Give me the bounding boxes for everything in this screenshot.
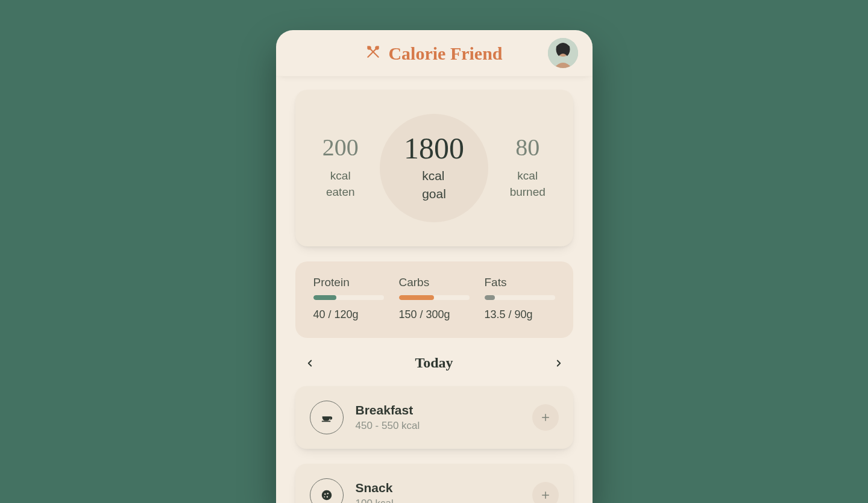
- macro-protein-bar: [313, 295, 384, 300]
- macro-protein-fill: [313, 295, 337, 300]
- chevron-left-icon: [304, 358, 315, 369]
- macro-protein-value: 40 / 120g: [313, 308, 384, 321]
- kcal-burned-label: kcal burned: [494, 168, 561, 200]
- utensils-icon: [365, 43, 381, 64]
- date-nav: Today: [295, 355, 573, 371]
- meal-range: 450 - 550 kcal: [356, 420, 520, 432]
- macro-carbs-bar: [399, 295, 470, 300]
- macro-protein-name: Protein: [313, 276, 384, 289]
- date-label: Today: [415, 355, 453, 371]
- coffee-icon: [310, 401, 344, 434]
- meal-name: Breakfast: [356, 403, 520, 417]
- calorie-summary-card: 200 kcal eaten 1800 kcal goal 80 kcal bu…: [295, 90, 573, 246]
- svg-point-0: [368, 46, 372, 50]
- macro-carbs-fill: [399, 295, 435, 300]
- main-content: 200 kcal eaten 1800 kcal goal 80 kcal bu…: [276, 77, 593, 503]
- meal-text: Breakfast 450 - 550 kcal: [356, 403, 520, 432]
- kcal-eaten: 200 kcal eaten: [307, 136, 374, 200]
- svg-point-7: [321, 490, 332, 501]
- kcal-goal-label: kcal goal: [422, 167, 446, 204]
- macro-carbs: Carbs 150 / 300g: [399, 276, 470, 321]
- macro-fats-bar: [485, 295, 555, 300]
- macro-fats: Fats 13.5 / 90g: [485, 276, 555, 321]
- meal-row-breakfast[interactable]: Breakfast 450 - 550 kcal: [295, 386, 573, 449]
- svg-point-10: [326, 496, 327, 498]
- svg-point-1: [376, 46, 380, 50]
- macro-fats-name: Fats: [485, 276, 555, 289]
- macro-fats-value: 13.5 / 90g: [485, 308, 555, 321]
- chevron-right-icon: [553, 358, 564, 369]
- meal-row-snack[interactable]: Snack 100 kcal: [295, 464, 573, 503]
- kcal-eaten-label: kcal eaten: [307, 168, 374, 200]
- add-breakfast-button[interactable]: [532, 404, 559, 431]
- macro-carbs-value: 150 / 300g: [399, 308, 470, 321]
- next-day-button[interactable]: [552, 356, 566, 370]
- plus-icon: [540, 490, 551, 501]
- avatar[interactable]: [548, 38, 578, 68]
- cookie-icon: [310, 478, 344, 503]
- app-title-group: Calorie Friend: [365, 43, 502, 64]
- app-header: Calorie Friend: [276, 30, 593, 77]
- macros-card: Protein 40 / 120g Carbs 150 / 300g Fats …: [295, 261, 573, 338]
- macro-fats-fill: [485, 295, 495, 300]
- meal-name: Snack: [356, 481, 520, 495]
- app-frame: Calorie Friend 200 kcal eaten 1800 kcal …: [276, 30, 593, 503]
- svg-point-8: [324, 493, 326, 495]
- kcal-eaten-value: 200: [307, 136, 374, 160]
- plus-icon: [540, 412, 551, 423]
- macro-protein: Protein 40 / 120g: [313, 276, 384, 321]
- kcal-burned: 80 kcal burned: [494, 136, 561, 200]
- svg-rect-4: [321, 421, 330, 422]
- svg-point-11: [324, 496, 325, 498]
- svg-point-9: [327, 493, 328, 494]
- meal-text: Snack 100 kcal: [356, 481, 520, 503]
- add-snack-button[interactable]: [532, 482, 559, 503]
- macro-carbs-name: Carbs: [399, 276, 470, 289]
- meal-range: 100 kcal: [356, 498, 520, 503]
- prev-day-button[interactable]: [303, 356, 317, 370]
- app-title: Calorie Friend: [388, 43, 502, 64]
- kcal-goal-value: 1800: [404, 133, 464, 163]
- kcal-goal: 1800 kcal goal: [380, 114, 488, 222]
- kcal-burned-value: 80: [494, 136, 561, 160]
